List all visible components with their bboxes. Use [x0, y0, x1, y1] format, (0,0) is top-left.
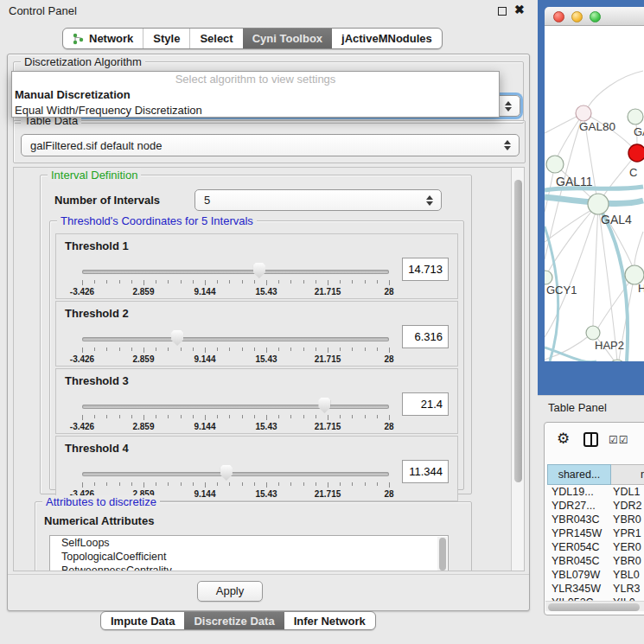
gear-icon[interactable]: ⚙: [557, 431, 570, 446]
tab-impute-data[interactable]: Impute Data: [101, 612, 184, 629]
close-icon[interactable]: ✖: [514, 3, 525, 16]
popup-item-equal-width[interactable]: Equal Width/Frequency Discretization: [12, 103, 499, 118]
attribute-list-item[interactable]: SelfLoops: [50, 536, 448, 550]
network-node[interactable]: [609, 360, 625, 361]
threshold-label: Threshold 3: [65, 374, 129, 387]
slider-track[interactable]: [82, 270, 389, 274]
slider-tick: [316, 482, 316, 486]
network-node[interactable]: [628, 144, 644, 162]
numerical-attributes-list[interactable]: SelfLoopsTopologicalCoefficientBetweenne…: [49, 535, 449, 571]
column-header-shared[interactable]: shared...: [547, 464, 611, 485]
scrollbar-thumb[interactable]: [548, 603, 640, 611]
slider-tick: [242, 415, 243, 418]
tab-label: Network: [89, 32, 133, 45]
checkboxes-icon[interactable]: ☑☑: [609, 434, 629, 446]
slider-tick: [266, 280, 267, 285]
network-edge: [588, 71, 643, 107]
popup-item-manual-discretization[interactable]: Manual Discretization: [12, 87, 499, 103]
slider-tick: [340, 482, 341, 486]
attribute-list-item[interactable]: BetweennessCentrality: [50, 564, 448, 571]
slider-tick: [82, 348, 83, 353]
slider-track[interactable]: [82, 337, 389, 341]
numerical-attributes-label: Numerical Attributes: [44, 514, 154, 527]
network-canvas[interactable]: GAL80GAGAL11GAL4HGCY1HAP2C: [545, 26, 644, 361]
network-node-gal4[interactable]: [588, 194, 609, 214]
table-row[interactable]: YLR345WYLR3: [547, 582, 644, 596]
group-title: Discretization Algorithm: [21, 55, 145, 68]
slider-tick: [143, 280, 144, 285]
network-node-gcy1[interactable]: [545, 271, 552, 284]
tab-jactivemnodules[interactable]: jActiveMNodules: [332, 29, 442, 48]
table-row[interactable]: YBR045CYBR0: [547, 554, 644, 568]
slider-tick: [229, 482, 230, 486]
table-row[interactable]: YDL19...YDL1: [547, 485, 644, 499]
column-header-name[interactable]: na: [611, 464, 644, 485]
network-node-ga[interactable]: [628, 109, 643, 124]
cell-shared-name: YBR045C: [547, 554, 613, 568]
slider-track[interactable]: [82, 472, 389, 476]
tab-network[interactable]: Network: [63, 29, 143, 48]
columns-icon[interactable]: [583, 432, 598, 447]
slider-tick-label: 21.715: [315, 489, 341, 499]
list-scrollbar[interactable]: [437, 537, 447, 571]
threshold-panel: Threshold 3-3.4262.8599.14415.4321.71528: [55, 368, 458, 434]
attribute-list-item[interactable]: TopologicalCoefficient: [50, 550, 448, 564]
apply-button[interactable]: Apply: [197, 581, 263, 602]
threshold-value-input[interactable]: [402, 258, 449, 281]
slider-tick: [389, 280, 390, 285]
close-traffic-light-icon[interactable]: [553, 11, 564, 22]
slider-thumb[interactable]: [318, 398, 330, 413]
control-panel-titlebar: Control Panel ✖: [0, 0, 538, 22]
tab-infer-network[interactable]: Infer Network: [284, 612, 375, 629]
slider-tick: [278, 348, 279, 351]
network-node-gal11[interactable]: [546, 156, 564, 173]
scrollbar-thumb[interactable]: [514, 180, 522, 482]
slider-tick: [328, 415, 328, 420]
table-data-combobox[interactable]: galFiltered.sif default node: [21, 134, 520, 156]
slider-tick-label: -3.426: [70, 287, 94, 296]
slider-tick: [205, 280, 206, 285]
tab-discretize-data[interactable]: Discretize Data: [184, 612, 284, 629]
slider-thumb[interactable]: [253, 263, 265, 278]
list-scrollbar-thumb[interactable]: [439, 538, 446, 571]
minimize-traffic-light-icon[interactable]: [571, 11, 583, 22]
node-label: GAL4: [601, 213, 632, 226]
slider-tick: [82, 280, 83, 285]
network-node-gal80[interactable]: [576, 105, 591, 121]
node-label: GCY1: [546, 284, 577, 296]
table-row[interactable]: YPR145WYPR1: [547, 526, 644, 540]
table-row[interactable]: YBR043CYBR0: [547, 513, 644, 526]
table-horizontal-scrollbar[interactable]: [545, 601, 644, 611]
threshold-value-input[interactable]: [402, 460, 449, 483]
network-graph: GAL80GAGAL11GAL4HGCY1HAP2C: [545, 26, 644, 361]
network-node-hap2[interactable]: [586, 326, 600, 340]
slider-track[interactable]: [82, 405, 389, 409]
slider-thumb[interactable]: [171, 330, 183, 346]
slider-tick: [181, 280, 182, 284]
slider-tick-label: 9.144: [194, 489, 215, 499]
slider-thumb[interactable]: [220, 465, 233, 481]
tab-style[interactable]: Style: [143, 29, 189, 48]
network-window-titlebar[interactable]: [545, 7, 644, 26]
slider-tick: [365, 280, 366, 284]
float-window-icon[interactable]: [498, 7, 507, 16]
number-of-intervals-spinner[interactable]: 5: [194, 189, 442, 211]
slider-tick-label: 15.43: [255, 354, 277, 364]
tab-cyni-toolbox[interactable]: Cyni Toolbox: [243, 29, 332, 48]
slider-tick: [119, 348, 120, 351]
settings-vertical-scrollbar[interactable]: [511, 168, 524, 571]
network-edge: [593, 204, 598, 326]
table-row[interactable]: YBL079WYBL0: [547, 568, 644, 582]
slider-tick: [365, 415, 366, 418]
table-row[interactable]: YER054CYER0: [547, 540, 644, 554]
slider-tick: [106, 415, 107, 418]
threshold-value-input[interactable]: [402, 325, 449, 348]
cell-name: YLR3: [613, 582, 644, 596]
popup-placeholder-item[interactable]: Select algorithm to view settings: [12, 72, 499, 87]
threshold-value-input[interactable]: [402, 392, 449, 416]
group-title: Threshold's Coordinates for 5 Intervals: [57, 214, 257, 227]
tab-select[interactable]: Select: [189, 29, 242, 48]
table-row[interactable]: YDR27...YDR2: [547, 499, 644, 513]
slider-tick: [328, 348, 328, 353]
zoom-traffic-light-icon[interactable]: [590, 11, 601, 22]
